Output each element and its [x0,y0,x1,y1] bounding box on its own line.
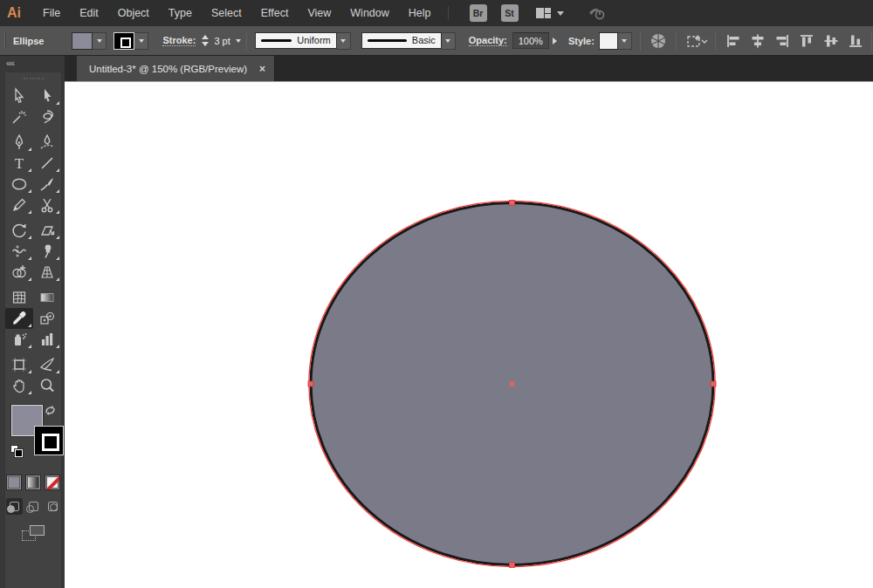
menu-type[interactable]: Type [159,0,202,26]
eyedropper-tool[interactable] [5,308,33,329]
fill-chevron-icon[interactable] [93,32,107,50]
graphic-style-control[interactable] [599,32,632,50]
vertical-align-center-icon[interactable] [821,31,842,51]
ellipse-shape[interactable] [65,82,873,588]
direct-selection-tool[interactable] [33,85,61,106]
controlbar-grip[interactable] [4,33,6,49]
width-tool[interactable] [5,241,33,262]
select-similar-objects-icon[interactable] [685,32,708,50]
draw-inside-button[interactable] [45,498,61,515]
stroke-weight-stepper[interactable] [202,32,209,50]
anchor-point[interactable] [711,381,716,386]
stroke-swatch[interactable] [34,426,64,455]
width-profile-chevron-icon[interactable] [337,32,351,50]
opacity-panel-link[interactable]: Opacity: [469,35,507,46]
menu-file[interactable]: File [33,0,70,26]
slice-tool[interactable] [33,354,61,375]
opacity-field[interactable]: 100% [512,32,549,49]
gradient-tool[interactable] [33,287,61,308]
stroke-color-control[interactable] [113,32,148,50]
scale-tool[interactable] [33,220,61,241]
recolor-artwork-icon[interactable] [650,32,667,50]
perspective-grid-tool[interactable] [33,262,61,283]
stroke-color-swatch[interactable] [113,32,134,50]
scissors-tool[interactable] [33,195,61,215]
vertical-align-bottom-icon[interactable] [845,31,866,51]
stroke-weight-value[interactable]: 3 pt [214,36,230,46]
pen-tool[interactable] [5,132,33,153]
center-point[interactable] [510,382,514,386]
paintbrush-tool[interactable] [33,174,61,195]
draw-behind-button[interactable] [25,498,42,515]
vertical-align-top-icon[interactable] [796,31,817,51]
type-tool[interactable]: T [5,153,33,174]
brush-definition-value: Basic [412,35,436,45]
draw-normal-button[interactable] [6,498,23,515]
color-button[interactable] [6,475,22,490]
menu-object[interactable]: Object [108,0,159,26]
gradient-button[interactable] [25,475,41,490]
ellipse-tool[interactable] [5,174,33,195]
default-fill-stroke-icon[interactable] [10,445,23,457]
curvature-tool[interactable] [33,132,61,153]
touch-workspace-icon[interactable] [587,5,606,21]
menu-select[interactable]: Select [202,0,251,26]
puppet-warp-tool[interactable] [33,241,61,262]
menu-view[interactable]: View [298,0,340,26]
menu-help[interactable]: Help [399,0,441,26]
tool-grid: T [5,85,61,396]
collapse-panel-icon[interactable]: «« [0,56,65,68]
horizontal-align-left-icon[interactable] [723,31,744,51]
align-buttons [723,31,866,51]
fill-color-swatch[interactable] [72,32,93,50]
workspace-switcher-icon[interactable] [536,8,551,18]
lasso-tool[interactable] [33,106,61,127]
stroke-weight-chevron-icon[interactable] [236,32,241,50]
stroke-chevron-icon[interactable] [134,32,148,50]
fill-stroke-controls [5,403,61,466]
mesh-tool[interactable] [5,287,33,308]
bridge-button[interactable]: Br [470,4,487,22]
anchor-point[interactable] [510,563,515,568]
artboard-canvas[interactable] [65,82,873,588]
magic-wand-tool[interactable] [5,106,33,127]
anchor-point[interactable] [510,201,515,206]
tab-close-icon[interactable]: × [259,63,265,75]
horizontal-align-right-icon[interactable] [772,31,793,51]
none-button[interactable] [45,475,60,490]
anchor-point[interactable] [308,381,313,386]
blend-tool[interactable] [33,308,61,329]
brush-definition-control[interactable]: Basic [361,32,456,50]
panel-grip[interactable] [5,75,61,82]
brush-chevron-icon[interactable] [442,32,456,50]
screen-mode-button[interactable] [22,525,45,541]
hand-tool[interactable] [5,375,33,396]
drawing-mode-buttons [5,498,61,515]
graphic-style-swatch[interactable] [599,32,618,50]
document-tab[interactable]: Untitled-3* @ 150% (RGB/Preview) × [77,56,275,81]
swap-fill-stroke-icon[interactable] [45,405,56,416]
column-graph-tool[interactable] [33,329,61,350]
line-segment-tool[interactable] [33,153,61,174]
shaper-tool[interactable] [5,195,33,215]
horizontal-align-center-icon[interactable] [747,31,768,51]
stock-button[interactable]: St [501,4,519,22]
stroke-panel-link[interactable]: Stroke: [162,35,196,46]
fill-color-control[interactable] [72,32,107,50]
chevron-down-icon[interactable] [557,11,564,16]
rotate-tool[interactable] [5,220,33,241]
menu-bar: Ai FileEditObjectTypeSelectEffectViewWin… [0,0,873,26]
symbol-sprayer-tool[interactable] [5,329,33,350]
variable-width-profile-control[interactable]: Uniform [255,32,351,50]
menu-window[interactable]: Window [340,0,398,26]
selection-tool[interactable] [5,85,33,106]
shape-builder-tool[interactable] [5,262,33,283]
zoom-tool[interactable] [33,375,61,396]
opacity-chevron-icon[interactable] [553,38,557,44]
tools-panel: «« T [0,56,65,588]
style-chevron-icon[interactable] [618,32,632,50]
control-bar: Ellipse Stroke: 3 pt Uniform Basic Opaci… [0,26,873,56]
artboard-tool[interactable] [5,354,33,375]
menu-effect[interactable]: Effect [251,0,299,26]
menu-edit[interactable]: Edit [70,0,108,26]
